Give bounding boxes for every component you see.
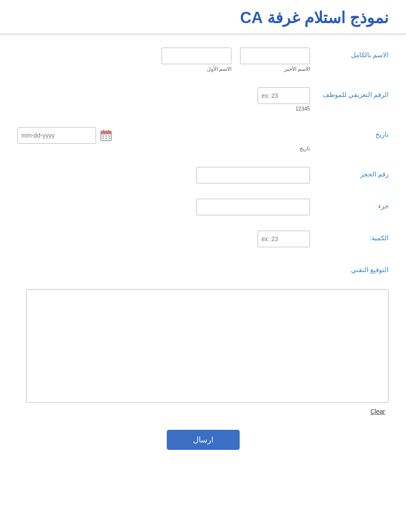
svg-rect-1 <box>101 131 111 134</box>
svg-rect-8 <box>102 138 104 139</box>
employee-id-field-content: 12345 <box>17 87 310 112</box>
page-title: نموذج استلام غرفة CA <box>17 9 389 27</box>
last-name-wrapper: الاسم الأخير <box>240 48 310 72</box>
reservation-input[interactable] <box>196 167 310 183</box>
part-field-content <box>17 199 310 215</box>
clear-button[interactable]: Clear <box>367 406 389 417</box>
signature-label: التوقيع التقني <box>310 263 389 274</box>
last-name-input[interactable] <box>240 48 310 64</box>
reservation-row: رقم الحجز <box>17 167 389 183</box>
date-sub-label: تاريخ <box>17 145 310 152</box>
page-container: نموذج استلام غرفة CA الاسم بالكامل الاسم… <box>0 0 406 532</box>
date-input[interactable] <box>17 127 96 144</box>
submit-row: ارسال <box>17 430 389 450</box>
form-container: الاسم بالكامل الاسم الأخير الاسم الأول ا… <box>0 35 406 476</box>
employee-id-label: الرقم التعريفي للموظف <box>310 87 389 99</box>
signature-canvas[interactable] <box>26 289 389 403</box>
full-name-label: الاسم بالكامل <box>310 48 389 59</box>
last-name-sub-label: الاسم الأخير <box>240 66 310 72</box>
employee-id-input[interactable] <box>258 87 310 104</box>
quantity-input[interactable] <box>258 231 310 247</box>
submit-button[interactable]: ارسال <box>167 430 240 450</box>
svg-rect-9 <box>105 138 107 139</box>
signature-row: التوقيع التقني <box>17 263 389 274</box>
full-name-row: الاسم بالكامل الاسم الأخير الاسم الأول <box>17 48 389 72</box>
header: نموذج استلام غرفة CA <box>0 0 406 35</box>
part-row: جزء <box>17 199 389 215</box>
svg-rect-5 <box>102 135 104 137</box>
first-name-input[interactable] <box>162 48 231 64</box>
first-name-sub-label: الاسم الأول <box>162 66 231 72</box>
quantity-field-content <box>17 231 310 247</box>
reservation-label: رقم الحجز <box>310 167 389 178</box>
quantity-row: الكمية: <box>17 231 389 247</box>
reservation-field-content <box>17 167 310 183</box>
employee-id-hint: 12345 <box>17 106 310 112</box>
part-label: جزء <box>310 199 389 210</box>
first-name-wrapper: الاسم الأول <box>162 48 231 72</box>
svg-rect-7 <box>108 135 110 137</box>
svg-rect-10 <box>108 138 110 139</box>
date-field-content: تاريخ <box>17 127 310 152</box>
signature-section: Clear <box>17 289 389 417</box>
svg-rect-6 <box>105 135 107 137</box>
part-input[interactable] <box>196 199 310 215</box>
calendar-icon[interactable] <box>100 129 113 142</box>
date-label: تاريخ <box>310 127 389 138</box>
quantity-label: الكمية: <box>310 231 389 242</box>
employee-id-row: الرقم التعريفي للموظف 12345 <box>17 87 389 112</box>
date-row: تاريخ <box>17 127 389 152</box>
full-name-fields: الاسم الأخير الاسم الأول <box>17 48 310 72</box>
